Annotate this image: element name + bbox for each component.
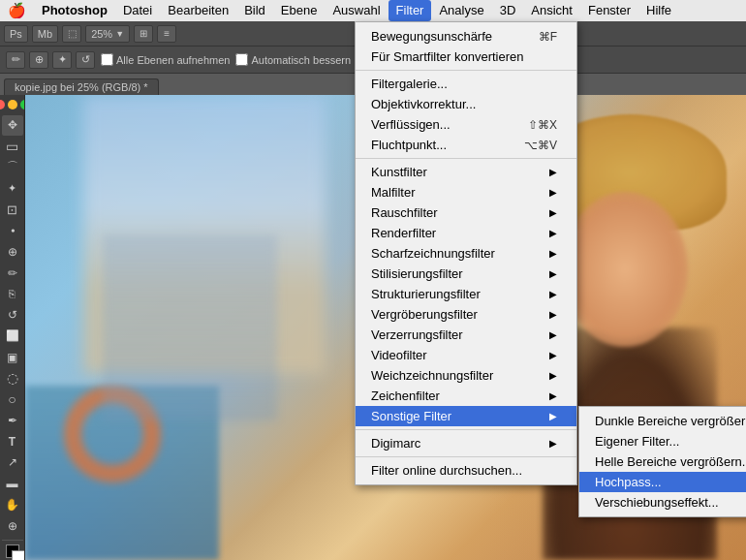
tool-healing[interactable]: ⊕	[2, 242, 23, 263]
menu-item-scharfzeichnung[interactable]: Scharfzeichnungsfilter ▶	[356, 243, 576, 264]
tool-shape[interactable]: ▬	[2, 474, 23, 494]
menu-item-wrap-sonstige: Sonstige Filter ▶ Dunkle Bereiche vergrö…	[356, 406, 576, 426]
menubar-item-fenster[interactable]: Fenster	[580, 0, 638, 21]
automatisch-label: Automatisch bessern	[251, 54, 351, 66]
menu-item-kunstfilter[interactable]: Kunstfilter ▶	[356, 162, 576, 182]
menubar-item-datei[interactable]: Datei	[115, 0, 160, 21]
foreground-color[interactable]	[6, 544, 19, 558]
submenu-item-verschiebung[interactable]: Verschiebungseffekt...	[579, 492, 746, 513]
tool-zoom[interactable]: ⊕	[2, 515, 23, 536]
menubar-item-ansicht[interactable]: Ansicht	[523, 0, 580, 21]
submenu-item-eigener[interactable]: Eigener Filter...	[579, 431, 746, 451]
arrange-btn[interactable]: ⊞	[134, 25, 153, 43]
tool-options: ✏ ⊕ ✦ ↺	[6, 51, 95, 69]
minimize-btn[interactable]	[8, 100, 17, 109]
zoom-select[interactable]: 25% ▼	[85, 25, 130, 43]
tool-eraser[interactable]: ⬜	[2, 327, 23, 347]
menu-item-bewegungsunschaerfe[interactable]: Bewegungsunschärfe ⌘F	[356, 26, 576, 47]
tool-path-select[interactable]: ↗	[2, 452, 23, 473]
menubar-item-auswahl[interactable]: Auswahl	[325, 0, 388, 21]
menubar-item-bearbeiten[interactable]: Bearbeiten	[160, 0, 236, 21]
menu-item-filter-online[interactable]: Filter online durchsuchen...	[356, 460, 576, 481]
tool-eyedropper[interactable]: ⦁	[2, 221, 23, 241]
tool-history[interactable]: ↺	[2, 305, 23, 326]
sep-3	[356, 429, 576, 430]
face-shape	[562, 192, 688, 347]
apple-menu[interactable]: 🍎	[8, 2, 26, 19]
alle-ebenen-checkbox[interactable]	[101, 53, 113, 66]
harbor-bg	[103, 234, 277, 420]
submenu-item-dunkle[interactable]: Dunkle Bereiche vergrößern...	[579, 411, 746, 431]
menubar-item-analyse[interactable]: Analyse	[431, 0, 491, 21]
menu-item-smartfilter[interactable]: Für Smartfilter konvertieren	[356, 47, 576, 67]
menu-item-digimarc[interactable]: Digimarc ▶	[356, 433, 576, 453]
menu-item-zeichenfilter[interactable]: Zeichenfilter ▶	[356, 386, 576, 406]
menu-item-malfilter[interactable]: Malfilter ▶	[356, 182, 576, 202]
filter-menu[interactable]: Bewegungsunschärfe ⌘F Für Smartfilter ko…	[355, 21, 577, 485]
menu-item-stilisierung[interactable]: Stilisierungsfilter ▶	[356, 264, 576, 284]
menu-item-video[interactable]: Videofilter ▶	[356, 345, 576, 365]
menu-item-vergroeberung[interactable]: Vergröberungsfilter ▶	[356, 304, 576, 325]
window-controls	[0, 100, 25, 109]
sonstige-submenu[interactable]: Dunkle Bereiche vergrößern... Eigener Fi…	[578, 406, 746, 517]
tool-clone[interactable]: ⎘	[2, 284, 23, 304]
tool-icon-4: ↺	[76, 51, 95, 69]
submenu-item-helle[interactable]: Helle Bereiche vergrößern...	[579, 451, 746, 472]
tool-hand[interactable]: ✋	[2, 495, 23, 515]
alle-ebenen-label: Alle Ebenen aufnehmen	[116, 54, 230, 66]
menubar-item-photoshop[interactable]: Photoshop	[34, 0, 115, 21]
tool-pen[interactable]: ✒	[2, 411, 23, 431]
sep-4	[356, 456, 576, 457]
doc-tab[interactable]: kopie.jpg bei 25% (RGB/8) *	[4, 78, 159, 95]
background-color[interactable]	[12, 550, 25, 560]
menubar-item-hilfe[interactable]: Hilfe	[638, 0, 679, 21]
tool-quick-select[interactable]: ✦	[2, 178, 23, 199]
sep-1	[356, 70, 576, 71]
menubar-item-bild[interactable]: Bild	[236, 0, 273, 21]
tool-icon-2: ⊕	[29, 51, 48, 69]
zoom-arrow: ▼	[115, 29, 124, 39]
checkbox-automatisch[interactable]: Automatisch bessern	[235, 53, 351, 66]
tool-dodge[interactable]: ○	[2, 389, 23, 410]
checkbox-alle-ebenen[interactable]: Alle Ebenen aufnehmen	[101, 53, 230, 66]
menu-item-filtergalerie[interactable]: Filtergalerie...	[356, 74, 576, 94]
menu-item-renderfilter[interactable]: Renderfilter ▶	[356, 223, 576, 243]
menubar: 🍎 Photoshop Datei Bearbeiten Bild Ebene …	[0, 0, 746, 21]
automatisch-checkbox[interactable]	[235, 53, 248, 66]
tool-brush[interactable]: ✏	[2, 263, 23, 283]
menu-item-rauschfilter[interactable]: Rauschfilter ▶	[356, 202, 576, 223]
tool-gradient[interactable]: ▣	[2, 347, 23, 367]
tools-separator	[2, 540, 23, 541]
extras-btn[interactable]: ≡	[157, 25, 176, 43]
sep-2	[356, 158, 576, 159]
menu-item-verfluessigen[interactable]: Verflüssigen... ⇧⌘X	[356, 114, 576, 135]
menubar-item-filter[interactable]: Filter	[389, 0, 432, 21]
menubar-item-ebene[interactable]: Ebene	[273, 0, 326, 21]
ps-logo-btn: Ps	[4, 25, 28, 43]
tool-icon-1: ✏	[6, 51, 25, 69]
submenu-item-hochpass[interactable]: Hochpass...	[579, 472, 746, 492]
tool-rectangle-select[interactable]: ▭	[2, 137, 23, 157]
menubar-item-3d[interactable]: 3D	[492, 0, 524, 21]
tool-type[interactable]: T	[2, 431, 23, 451]
menu-item-strukturierung[interactable]: Strukturierungsfilter ▶	[356, 284, 576, 304]
tool-crop[interactable]: ⊡	[2, 200, 23, 220]
tool-move[interactable]: ✥	[2, 115, 23, 136]
tool-icon-3: ✦	[52, 51, 72, 69]
tool-blur[interactable]: ◌	[2, 368, 23, 389]
menu-item-fluchtpunkt[interactable]: Fluchtpunkt... ⌥⌘V	[356, 135, 576, 155]
mb-btn[interactable]: Mb	[32, 25, 58, 43]
close-btn[interactable]	[0, 100, 5, 109]
menu-item-sonstige[interactable]: Sonstige Filter ▶	[356, 406, 576, 426]
tool-lasso[interactable]: ⌒	[2, 158, 23, 178]
tools-panel: ✥ ▭ ⌒ ✦ ⊡ ⦁ ⊕ ✏ ⎘ ↺ ⬜ ▣ ◌ ○ ✒ T ↗ ▬ ✋ ⊕	[0, 95, 25, 560]
view-mode-btn[interactable]: ⬚	[62, 25, 81, 43]
color-swatches	[6, 544, 19, 558]
menu-item-verzerrung[interactable]: Verzerrungsfilter ▶	[356, 325, 576, 345]
menu-item-weichzeichnung[interactable]: Weichzeichnungsfilter ▶	[356, 365, 576, 386]
menu-item-objektivkorrektur[interactable]: Objektivkorrektur...	[356, 94, 576, 114]
